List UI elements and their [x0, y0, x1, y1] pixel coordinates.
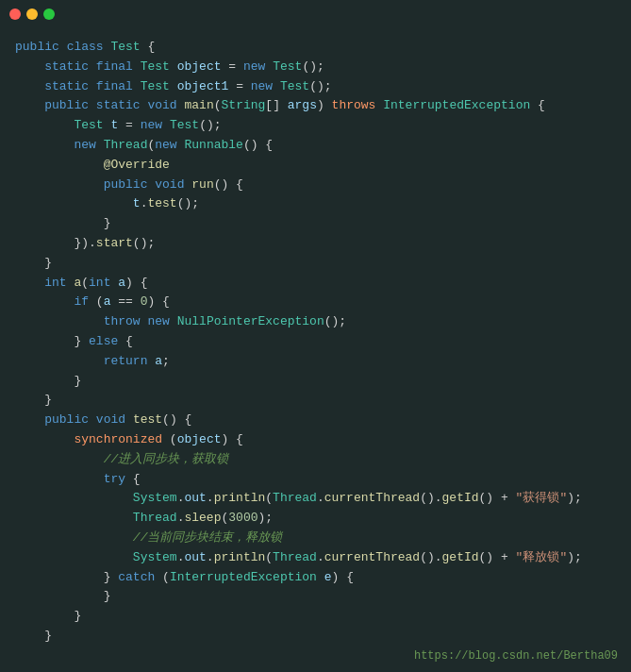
- dot-yellow: [26, 8, 38, 20]
- code-area: public class Test { static final Test ob…: [0, 28, 631, 656]
- title-bar: [0, 0, 631, 28]
- dot-red: [9, 8, 21, 20]
- footer-url: https://blog.csdn.net/Bertha09: [414, 649, 618, 663]
- dot-green: [43, 8, 55, 20]
